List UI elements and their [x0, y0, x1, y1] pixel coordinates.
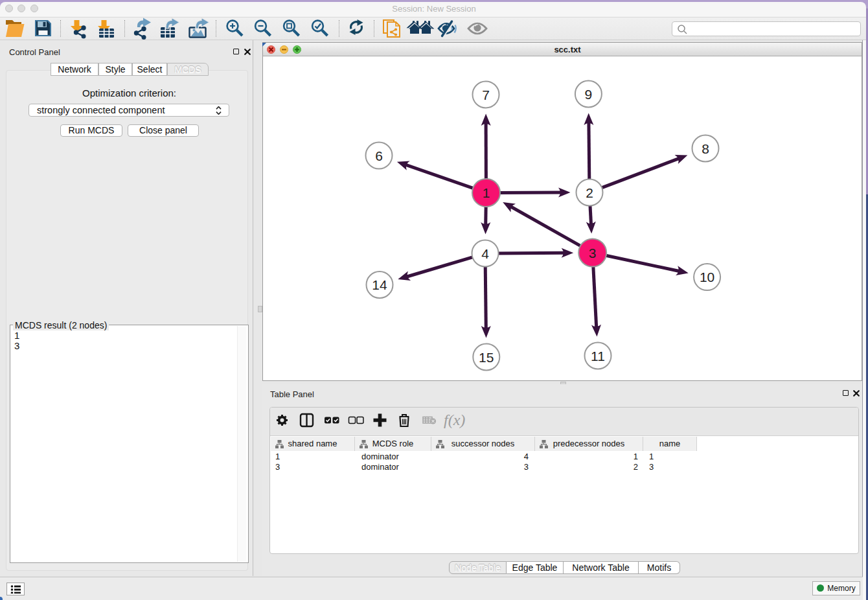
svg-text:10: 10 [700, 270, 714, 284]
svg-text:f(x): f(x) [444, 411, 465, 428]
svg-text:8: 8 [702, 141, 709, 156]
svg-text:2: 2 [586, 185, 593, 200]
svg-text:4: 4 [481, 246, 489, 261]
svg-text:6: 6 [375, 148, 383, 163]
svg-text:9: 9 [585, 87, 593, 102]
svg-text:11: 11 [591, 349, 605, 363]
svg-text:3: 3 [589, 246, 597, 260]
svg-text:15: 15 [479, 350, 494, 365]
svg-text:7: 7 [482, 87, 490, 102]
svg-text:14: 14 [372, 277, 387, 292]
svg-text:1: 1 [483, 185, 490, 200]
